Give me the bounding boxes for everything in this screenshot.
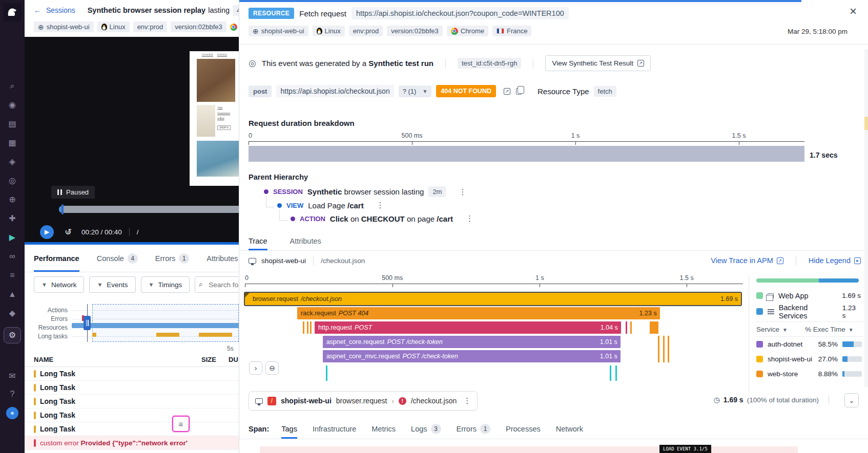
catalog-icon[interactable]: ▤ (7, 119, 18, 129)
trace-span[interactable]: aspnet_core_mvc.requestPOST /check-token… (323, 350, 621, 362)
network-filter-button[interactable]: ▼Network (34, 276, 84, 293)
legend-service-row[interactable]: auth-dotnet 58.5% (756, 337, 863, 352)
playhead-handle[interactable] (84, 316, 91, 330)
search-icon[interactable]: ⌕ (7, 81, 18, 91)
chat-icon[interactable]: ✉ (7, 371, 18, 381)
table-row-error[interactable]: custom error Provided {"type":"network e… (25, 436, 239, 450)
service-column-sort[interactable]: Service▼ (756, 326, 788, 333)
long-task-segment[interactable] (156, 333, 179, 337)
rewind-10-button[interactable]: ↺10 (63, 227, 73, 238)
paused-indicator[interactable]: Paused (51, 186, 95, 199)
kebab-menu-icon[interactable]: ⋮ (459, 187, 466, 197)
copy-icon[interactable] (516, 88, 522, 95)
hierarchy-action-row[interactable]: ACTION Click on CHECKOUT on page /cart ⋮ (291, 214, 473, 223)
version-tag[interactable]: version:02bbfe3 (171, 21, 226, 32)
kebab-menu-icon[interactable]: ⋮ (463, 396, 471, 405)
trace-minor-span[interactable] (310, 321, 312, 334)
replay-video[interactable]: CHAIRSSOFAS Your Guestrooma Bud SHOP N P… (25, 37, 239, 245)
datadog-logo[interactable] (3, 3, 22, 21)
tab-attributes[interactable]: Attributes (206, 245, 238, 272)
country-tag[interactable]: France (492, 26, 531, 36)
env-tag[interactable]: env:prod (349, 26, 383, 36)
tab-performance[interactable]: Performance (34, 245, 79, 272)
os-tag[interactable]: Linux (313, 26, 345, 36)
trace-minor-span-teal[interactable] (326, 365, 327, 381)
close-icon[interactable]: × (850, 5, 857, 17)
error-log-row[interactable] (260, 446, 798, 453)
trace-minor-span[interactable] (626, 321, 627, 334)
tab-errors[interactable]: Errors1 (155, 245, 189, 272)
view-synthetic-test-result-button[interactable]: View Synthetic Test Result↗ (545, 55, 651, 71)
hide-legend-link[interactable]: Hide Legend▸ (809, 256, 861, 265)
trace-span[interactable]: rack.requestPOST 404 1.23 s (297, 307, 660, 319)
long-task-segment[interactable] (199, 333, 232, 337)
trace-minor-span[interactable] (668, 336, 669, 362)
tab-console[interactable]: Console4 (97, 245, 138, 272)
duration-bar[interactable] (249, 146, 804, 162)
table-row[interactable]: Long Task (25, 381, 239, 395)
kebab-menu-icon[interactable]: ⋮ (466, 214, 473, 223)
highlighted-filter-icon[interactable]: ≡ (172, 416, 190, 432)
play-button[interactable]: ▶ (40, 225, 54, 239)
logs-icon[interactable]: ≡ (7, 270, 18, 281)
zoom-out-button[interactable]: ⊖ (265, 361, 279, 375)
back-to-sessions-link[interactable]: ← Sessions (34, 6, 75, 14)
table-row[interactable]: Long Task (25, 408, 239, 422)
player-scrubber[interactable] (59, 206, 239, 213)
trace-minor-span[interactable] (630, 321, 632, 334)
tab-attributes[interactable]: Attributes (290, 231, 321, 250)
network-map-icon[interactable]: ◈ (7, 157, 18, 167)
span-tab-infrastructure[interactable]: Infrastructure (313, 419, 356, 439)
trace-span[interactable]: http.requestPOST 1.04 s (315, 321, 621, 334)
test-id-tag[interactable]: test_id:c5t-dn5-rgh (458, 58, 521, 69)
span-tab-metrics[interactable]: Metrics (371, 419, 396, 439)
watchdog-icon[interactable]: ◉ (7, 100, 18, 110)
trace-span[interactable]: aspnet_core.requestPOST /check-token 1.0… (323, 336, 621, 348)
events-filter-button[interactable]: ▼Events (89, 276, 135, 293)
span-tab-network[interactable]: Network (556, 419, 583, 439)
integrations-icon[interactable]: ✚ (7, 213, 18, 224)
open-link-icon[interactable]: ↗ (504, 88, 510, 95)
selected-span-bar[interactable]: / shopist-web-ui browser.request › ! /ch… (249, 391, 478, 411)
span-tab-logs[interactable]: Logs3 (411, 419, 441, 439)
long-task-segment[interactable] (92, 333, 96, 337)
legend-item-backend[interactable]: Backend Services 1.23 s (756, 304, 863, 319)
table-row[interactable]: Long Task (25, 367, 239, 381)
query-params-dropdown[interactable]: ? (1)▼ (399, 85, 432, 97)
request-url[interactable]: https://api.shopist.io/checkout.json (276, 85, 394, 97)
kebab-menu-icon[interactable]: ⋮ (377, 201, 384, 210)
tab-trace[interactable]: Trace (249, 231, 267, 250)
browser-tag[interactable]: Chrome (447, 26, 488, 36)
dashboards-icon[interactable]: ▦ (7, 138, 18, 148)
trace-minor-span[interactable] (658, 336, 659, 362)
legend-service-row[interactable]: shopist-web-ui 27.0% (756, 352, 863, 366)
session-replay-icon[interactable]: ▶ (7, 232, 18, 243)
view-trace-in-apm-link[interactable]: View Trace in APM↗ (711, 256, 783, 265)
exec-time-column-sort[interactable]: % Exec Time▼ (805, 326, 854, 333)
hierarchy-session-row[interactable]: SESSION Synthetic browser session lastin… (264, 186, 466, 197)
legend-service-row[interactable]: web-store 8.88% (756, 366, 863, 381)
table-row[interactable]: Long Task (25, 395, 239, 408)
expand-trace-button[interactable]: › (249, 361, 262, 375)
span-tab-processes[interactable]: Processes (506, 419, 541, 439)
trace-minor-span[interactable] (663, 336, 665, 362)
security-icon[interactable]: ▲ (7, 289, 18, 299)
scrollbar[interactable] (864, 49, 868, 387)
collapse-span-panel-button[interactable]: ⌄ (844, 393, 859, 407)
os-tag[interactable]: Linux (97, 21, 130, 32)
trace-minor-span[interactable] (303, 321, 304, 334)
search-input[interactable] (209, 281, 239, 289)
waterfall-search[interactable]: ⌕ (195, 276, 239, 293)
trace-minor-span-teal[interactable] (615, 365, 617, 381)
monitors-icon[interactable]: ◆ (7, 308, 18, 318)
table-row[interactable]: Long Task (25, 422, 239, 436)
version-tag[interactable]: version:02bbfe3 (387, 26, 443, 36)
span-tab-tags[interactable]: Tags (281, 419, 297, 439)
scrubber-handle[interactable] (61, 204, 64, 214)
legend-item-web-app[interactable]: Web App 1.69 s (756, 288, 863, 304)
settings-icon[interactable]: ⚙ (4, 327, 21, 343)
env-tag[interactable]: env:prod (133, 21, 168, 32)
trace-minor-span[interactable] (307, 321, 308, 334)
hierarchy-view-row[interactable]: VIEW Load Page /cart ⋮ (277, 201, 384, 210)
apm-icon[interactable]: ⊕ (7, 195, 18, 205)
